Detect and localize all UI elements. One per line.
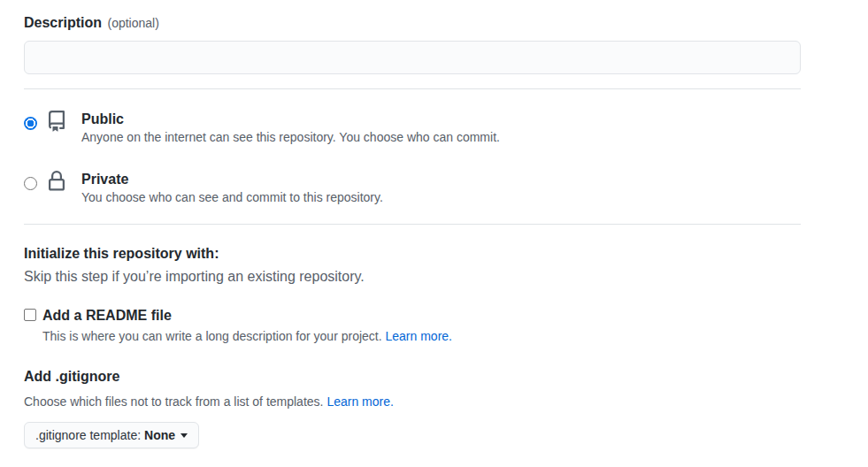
private-option-label[interactable]: Private [81,170,383,188]
private-option-description: You choose who can see and commit to thi… [81,188,383,207]
gitignore-description: Choose which files not to track from a l… [24,393,801,411]
public-radio[interactable] [24,117,37,130]
gitignore-template-dropdown[interactable]: .gitignore template: None [24,422,199,448]
visibility-option-private[interactable]: Private You choose who can see and commi… [24,170,801,207]
gitignore-learn-more-link[interactable]: Learn more. [326,394,393,409]
description-optional-note: (optional) [107,16,158,30]
visibility-option-public[interactable]: Public Anyone on the internet can see th… [24,110,801,147]
description-input[interactable] [24,41,801,74]
public-option-label[interactable]: Public [81,110,500,128]
initialize-heading: Initialize this repository with: [24,244,801,263]
readme-description: This is where you can write a long descr… [42,327,452,346]
repo-book-icon [46,111,67,132]
visibility-options: Public Anyone on the internet can see th… [24,110,801,207]
readme-learn-more-link[interactable]: Learn more. [386,329,452,343]
gitignore-heading: Add .gitignore [24,367,801,386]
new-repository-form: Description (optional) Public Anyone on … [0,0,801,448]
description-label-row: Description (optional) [24,12,801,34]
gitignore-template-prefix: .gitignore template: [35,428,141,442]
divider [24,224,801,225]
gitignore-description-text: Choose which files not to track from a l… [24,394,323,409]
readme-row[interactable]: Add a README file This is where you can … [24,306,801,346]
readme-description-text: This is where you can write a long descr… [42,329,382,343]
public-option-description: Anyone on the internet can see this repo… [81,128,500,147]
description-label: Description [24,15,102,30]
readme-checkbox[interactable] [24,309,36,321]
gitignore-template-value: None [144,428,175,442]
divider [24,88,801,89]
initialize-note: Skip this step if you’re importing an ex… [24,267,801,286]
private-radio[interactable] [24,177,37,190]
lock-icon [46,171,67,192]
readme-label[interactable]: Add a README file [42,306,452,325]
caret-down-icon [181,433,188,438]
